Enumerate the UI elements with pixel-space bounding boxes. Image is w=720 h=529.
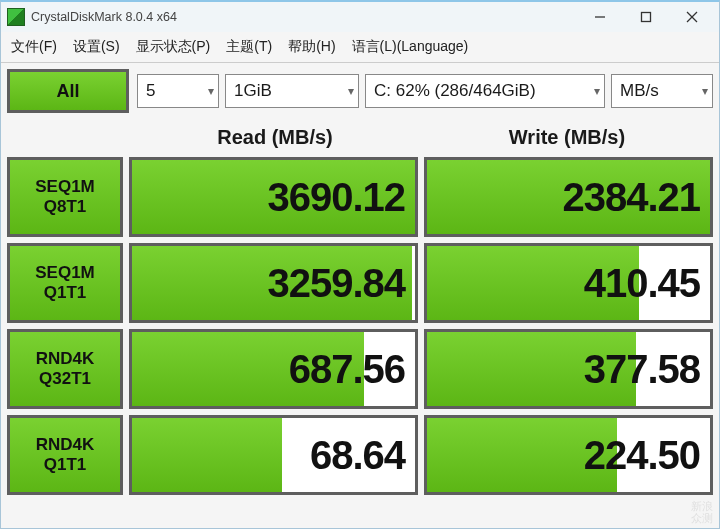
read-value: 68.64: [310, 433, 405, 478]
test-button[interactable]: RND4KQ1T1: [7, 415, 123, 495]
test-name-line2: Q1T1: [44, 455, 87, 475]
close-button[interactable]: [669, 2, 715, 32]
result-row: RND4KQ32T1687.56377.58: [7, 329, 713, 409]
menu-language[interactable]: 语言(L)(Language): [344, 34, 477, 60]
write-result: 224.50: [424, 415, 713, 495]
watermark: 新浪 众测: [691, 500, 713, 524]
read-result: 3259.84: [129, 243, 418, 323]
header-row: Read (MB/s) Write (MB/s): [7, 117, 713, 157]
count-value: 5: [146, 81, 155, 101]
menu-file[interactable]: 文件(F): [3, 34, 65, 60]
results-grid: Read (MB/s) Write (MB/s) SEQ1MQ8T13690.1…: [1, 117, 719, 528]
read-header: Read (MB/s): [129, 117, 421, 157]
minimize-button[interactable]: [577, 2, 623, 32]
test-name-line1: RND4K: [36, 349, 95, 369]
test-button[interactable]: RND4KQ32T1: [7, 329, 123, 409]
size-select[interactable]: 1GiB ▾: [225, 74, 359, 108]
chevron-down-icon: ▾: [594, 84, 600, 98]
drive-value: C: 62% (286/464GiB): [374, 81, 536, 101]
menu-display[interactable]: 显示状态(P): [128, 34, 219, 60]
write-value: 2384.21: [562, 175, 700, 220]
write-value: 377.58: [584, 347, 700, 392]
test-name-line2: Q32T1: [39, 369, 91, 389]
read-result: 68.64: [129, 415, 418, 495]
test-name-line2: Q8T1: [44, 197, 87, 217]
test-button[interactable]: SEQ1MQ8T1: [7, 157, 123, 237]
app-icon: [7, 8, 25, 26]
unit-select[interactable]: MB/s ▾: [611, 74, 713, 108]
controls-row: All 5 ▾ 1GiB ▾ C: 62% (286/464GiB) ▾ MB/…: [1, 63, 719, 117]
count-select[interactable]: 5 ▾: [137, 74, 219, 108]
read-value: 3259.84: [267, 261, 405, 306]
window-controls: [577, 2, 715, 32]
size-value: 1GiB: [234, 81, 272, 101]
titlebar: CrystalDiskMark 8.0.4 x64: [1, 2, 719, 32]
read-result: 3690.12: [129, 157, 418, 237]
watermark-line2: 众测: [691, 512, 713, 524]
read-value: 687.56: [289, 347, 405, 392]
write-value: 224.50: [584, 433, 700, 478]
chevron-down-icon: ▾: [348, 84, 354, 98]
menu-theme[interactable]: 主题(T): [218, 34, 280, 60]
write-value: 410.45: [584, 261, 700, 306]
watermark-line1: 新浪: [691, 500, 713, 512]
menu-help[interactable]: 帮助(H): [280, 34, 343, 60]
read-result: 687.56: [129, 329, 418, 409]
drive-select[interactable]: C: 62% (286/464GiB) ▾: [365, 74, 605, 108]
read-value: 3690.12: [267, 175, 405, 220]
test-name-line1: RND4K: [36, 435, 95, 455]
chevron-down-icon: ▾: [208, 84, 214, 98]
write-result: 2384.21: [424, 157, 713, 237]
menubar: 文件(F) 设置(S) 显示状态(P) 主题(T) 帮助(H) 语言(L)(La…: [1, 32, 719, 63]
svg-rect-1: [642, 13, 651, 22]
run-all-label: All: [56, 81, 79, 102]
unit-value: MB/s: [620, 81, 659, 101]
result-row: SEQ1MQ1T13259.84410.45: [7, 243, 713, 323]
write-result: 410.45: [424, 243, 713, 323]
menu-settings[interactable]: 设置(S): [65, 34, 128, 60]
window-title: CrystalDiskMark 8.0.4 x64: [31, 10, 177, 24]
result-row: RND4KQ1T168.64224.50: [7, 415, 713, 495]
maximize-button[interactable]: [623, 2, 669, 32]
result-row: SEQ1MQ8T13690.122384.21: [7, 157, 713, 237]
test-name-line1: SEQ1M: [35, 263, 95, 283]
maximize-icon: [640, 11, 652, 23]
close-icon: [686, 11, 698, 23]
test-button[interactable]: SEQ1MQ1T1: [7, 243, 123, 323]
header-spacer: [7, 117, 129, 157]
minimize-icon: [594, 11, 606, 23]
chevron-down-icon: ▾: [702, 84, 708, 98]
test-name-line2: Q1T1: [44, 283, 87, 303]
run-all-button[interactable]: All: [7, 69, 129, 113]
write-result: 377.58: [424, 329, 713, 409]
write-header: Write (MB/s): [421, 117, 713, 157]
test-name-line1: SEQ1M: [35, 177, 95, 197]
read-bar: [132, 418, 282, 492]
app-window: CrystalDiskMark 8.0.4 x64 文件(F) 设置(S) 显示…: [0, 0, 720, 529]
